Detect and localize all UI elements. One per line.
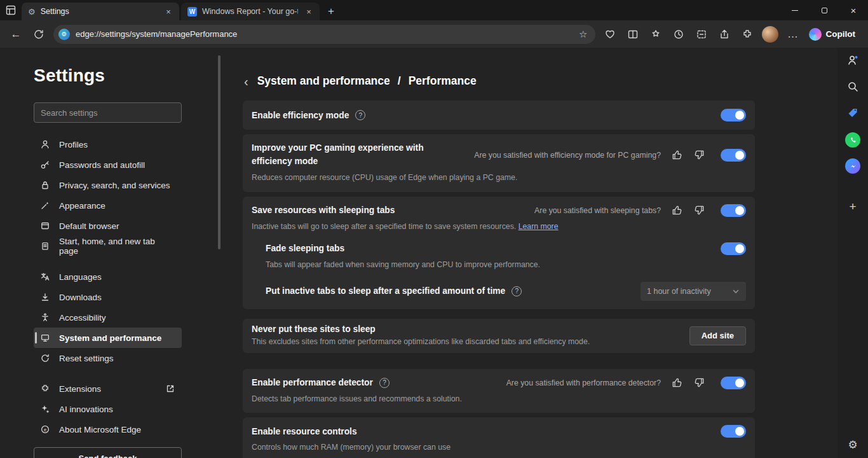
tab-title: Settings: [41, 7, 158, 16]
sleep-timeout-select[interactable]: 1 hour of inactivity: [641, 282, 746, 301]
nav-divider: [34, 256, 182, 267]
thumbs-up-icon[interactable]: [671, 377, 683, 389]
site-info-icon[interactable]: ⚙: [58, 29, 70, 40]
add-sidebar-item-button[interactable]: +: [849, 200, 856, 214]
fade-tabs-toggle[interactable]: [721, 242, 746, 255]
breadcrumb-separator: /: [398, 74, 401, 88]
external-link-icon: [165, 384, 175, 394]
setting-title: Enable resource controls: [252, 427, 357, 436]
feedback-question: Are you satisfied with sleeping tabs?: [534, 206, 661, 215]
refresh-button[interactable]: [28, 24, 50, 45]
sidebar-item-passwords[interactable]: Passwords and autofill: [34, 155, 182, 175]
messenger-button[interactable]: [845, 158, 860, 174]
scrollbar[interactable]: [216, 48, 222, 458]
tab-close-icon[interactable]: ×: [303, 6, 315, 17]
search-icon: [846, 80, 859, 93]
translate-icon: [40, 272, 50, 282]
settings-favicon-icon: ⚙: [28, 7, 36, 17]
extensions-button[interactable]: [736, 24, 758, 45]
thumbs-up-icon[interactable]: [671, 204, 683, 216]
setting-description: Detects tab performance issues and recom…: [252, 394, 746, 405]
breadcrumb-current: Performance: [409, 74, 477, 88]
windows-report-favicon-icon: W: [187, 7, 197, 17]
people-button[interactable]: [846, 54, 859, 69]
sidebar-item-label: About Microsoft Edge: [59, 425, 141, 434]
profile-avatar[interactable]: [762, 26, 778, 43]
workspaces-button[interactable]: [0, 0, 22, 20]
help-icon[interactable]: ?: [379, 378, 390, 388]
key-icon: [40, 160, 50, 170]
breadcrumb-back-icon[interactable]: ‹: [243, 75, 250, 88]
address-bar[interactable]: ⚙ edge://settings/system/managePerforman…: [53, 25, 595, 44]
help-icon[interactable]: ?: [355, 110, 365, 120]
learn-more-link[interactable]: Learn more: [519, 222, 559, 231]
settings-cards: Enable efficiency mode ? Improve your PC…: [243, 101, 755, 458]
performance-detector-toggle[interactable]: [721, 377, 746, 389]
tab-settings[interactable]: ⚙ Settings ×: [22, 3, 179, 20]
tab-close-icon[interactable]: ×: [163, 6, 174, 17]
sidebar-item-downloads[interactable]: Downloads: [34, 287, 182, 307]
sidebar-item-languages[interactable]: Languages: [34, 267, 182, 287]
copilot-button[interactable]: Copilot: [805, 25, 864, 43]
close-button[interactable]: ×: [839, 0, 868, 20]
tab-windows-report[interactable]: W Windows Report - Your go-to sou ×: [181, 3, 320, 20]
browser-essentials-button[interactable]: [599, 24, 621, 45]
maximize-icon: [822, 8, 827, 13]
favorites-button[interactable]: [645, 24, 667, 45]
whatsapp-button[interactable]: [845, 132, 860, 148]
setting-title: Enable performance detector: [252, 378, 373, 387]
share-button[interactable]: [714, 24, 735, 45]
accessibility-icon: [40, 312, 50, 323]
thumbs-up-icon[interactable]: [671, 149, 683, 161]
new-tab-button[interactable]: +: [322, 3, 340, 20]
sleeping-tabs-toggle[interactable]: [721, 204, 746, 217]
sidebar-item-start-home[interactable]: Start, home, and new tab page: [34, 236, 182, 256]
selected-option: 1 hour of inactivity: [647, 287, 711, 296]
minimize-button[interactable]: [780, 0, 810, 20]
back-icon: ←: [11, 28, 22, 41]
sidebar-item-reset-settings[interactable]: Reset settings: [34, 348, 182, 368]
sidebar-item-ai-innovations[interactable]: AI innovations: [34, 399, 182, 419]
pc-gaming-toggle[interactable]: [721, 149, 746, 162]
sidebar-item-profiles[interactable]: Profiles: [34, 134, 182, 155]
web-capture-button[interactable]: [691, 24, 712, 45]
breadcrumb-parent[interactable]: System and performance: [257, 74, 390, 88]
add-site-button[interactable]: Add site: [689, 326, 746, 345]
thumbs-down-icon[interactable]: [693, 204, 705, 216]
efficiency-mode-toggle[interactable]: [721, 109, 746, 121]
sidebar-item-appearance[interactable]: Appearance: [34, 195, 182, 216]
help-icon[interactable]: ?: [512, 286, 522, 296]
sidebar-item-privacy[interactable]: Privacy, search, and services: [34, 175, 182, 195]
minimize-icon: [792, 10, 798, 11]
workspaces-icon: [5, 4, 17, 16]
split-screen-button[interactable]: [622, 24, 644, 45]
split-screen-icon: [627, 29, 639, 40]
history-button[interactable]: [668, 24, 689, 45]
send-feedback-button[interactable]: Send feedback: [34, 447, 182, 458]
browser-window: ⚙ Settings × W Windows Report - Your go-…: [0, 0, 868, 458]
search-button[interactable]: [846, 80, 859, 95]
favorites-icon: [650, 29, 661, 40]
sidebar-item-label: System and performance: [59, 333, 161, 343]
favorite-star-icon[interactable]: ☆: [576, 29, 590, 40]
sidebar-item-extensions[interactable]: Extensions: [34, 378, 182, 399]
history-icon: [673, 29, 684, 40]
more-menu-button[interactable]: …: [782, 24, 804, 45]
thumbs-down-icon[interactable]: [693, 377, 705, 389]
browser-window-icon: [40, 221, 50, 231]
thumbs-down-icon[interactable]: [693, 149, 705, 161]
shopping-button[interactable]: [846, 106, 859, 121]
sidebar-item-default-browser[interactable]: Default browser: [34, 216, 182, 236]
maximize-button[interactable]: [810, 0, 839, 20]
back-button[interactable]: ←: [5, 24, 27, 45]
resource-controls-toggle[interactable]: [721, 425, 746, 438]
card-sleeping-tabs: Save resources with sleeping tabs Are yo…: [243, 197, 755, 309]
setting-title: Enable efficiency mode: [252, 111, 349, 120]
scrollbar-thumb[interactable]: [218, 55, 220, 249]
sidebar-settings-button[interactable]: ⚙: [848, 438, 857, 452]
search-input[interactable]: [34, 102, 182, 123]
sidebar-item-accessibility[interactable]: Accessibility: [34, 307, 182, 328]
sidebar-item-label: Accessibility: [59, 313, 106, 323]
sidebar-item-system-performance[interactable]: System and performance: [34, 328, 182, 348]
sidebar-item-about[interactable]: e About Microsoft Edge: [34, 419, 182, 440]
